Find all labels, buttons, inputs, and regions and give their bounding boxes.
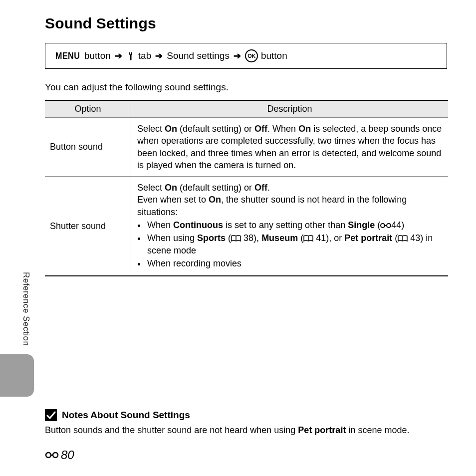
desc-bold: Pet portrait — [344, 233, 392, 243]
notes-bold: Pet portrait — [298, 425, 346, 435]
desc-text: 44) — [391, 220, 404, 230]
desc-bold: On — [209, 195, 221, 205]
option-cell: Button sound — [45, 118, 131, 177]
description-cell: Select On (default setting) or Off. Even… — [131, 177, 449, 276]
svg-point-9 — [53, 453, 58, 458]
breadcrumb-word-button: button — [84, 50, 111, 61]
desc-text: Even when set to — [137, 195, 209, 205]
list-item: When using Sports ( 38), Museum ( 41), o… — [146, 232, 442, 256]
notes-block: Notes About Sound Settings Button sounds… — [45, 409, 447, 436]
svg-rect-0 — [130, 54, 131, 60]
desc-bold: On — [165, 124, 177, 134]
manual-page: Sound Settings MENU button ➔ tab ➔ Sound… — [0, 0, 476, 476]
desc-text: 38), — [241, 233, 261, 243]
desc-text: Select — [137, 183, 165, 193]
book-icon — [231, 235, 241, 242]
arrow-icon: ➔ — [233, 50, 242, 61]
page-number-text: 80 — [61, 448, 74, 462]
svg-point-7 — [46, 453, 51, 458]
desc-bold: Sports — [197, 233, 226, 243]
option-cell: Shutter sound — [45, 177, 131, 276]
notes-body: Button sounds and the shutter sound are … — [45, 424, 447, 436]
breadcrumb-word-button: button — [261, 50, 287, 61]
settings-table: Option Description Button sound Select O… — [45, 100, 448, 276]
col-header-option: Option — [45, 100, 131, 118]
desc-bold: Single — [348, 220, 375, 230]
table-row: Shutter sound Select On (default setting… — [45, 177, 448, 276]
desc-bold: Museum — [261, 233, 298, 243]
page-number: 80 — [45, 448, 74, 462]
arrow-icon: ➔ — [154, 50, 164, 61]
check-icon — [45, 409, 57, 421]
desc-text: is set to any setting other than — [223, 220, 348, 230]
table-row: Button sound Select On (default setting)… — [45, 118, 448, 177]
notes-text: Button sounds and the shutter sound are … — [45, 425, 298, 435]
svg-point-3 — [387, 224, 391, 228]
book-icon — [303, 235, 313, 242]
notes-heading: Notes About Sound Settings — [62, 410, 190, 421]
list-item: When Continuous is set to any setting ot… — [146, 219, 442, 231]
book-icon — [398, 235, 408, 242]
notes-text: in scene mode. — [346, 425, 409, 435]
desc-bold: Off — [254, 183, 267, 193]
desc-text: . When — [267, 124, 298, 134]
desc-bold: Continuous — [173, 220, 223, 230]
desc-bold: On — [298, 124, 311, 134]
description-cell: Select On (default setting) or Off. When… — [131, 118, 449, 177]
desc-text: . — [267, 183, 270, 193]
side-tab — [0, 354, 34, 397]
desc-bold: Off — [254, 124, 267, 134]
desc-text: When — [147, 220, 173, 230]
ok-button-icon: OK — [245, 49, 258, 62]
breadcrumb-item-label: Sound settings — [167, 50, 230, 61]
desc-text: 41), or — [313, 233, 344, 243]
link-icon — [45, 451, 59, 460]
desc-bold: On — [165, 183, 177, 193]
menu-label: MENU — [55, 50, 80, 61]
side-section-label: Reference Section — [21, 272, 31, 346]
intro-text: You can adjust the following sound setti… — [45, 82, 447, 93]
breadcrumb: MENU button ➔ tab ➔ Sound settings ➔ OK … — [45, 43, 447, 69]
link-icon — [380, 222, 391, 229]
list-item: When recording movies — [146, 257, 442, 269]
desc-text: When using — [147, 233, 197, 243]
breadcrumb-word-tab: tab — [138, 50, 151, 61]
page-title: Sound Settings — [0, 0, 476, 32]
desc-text: (default setting) or — [177, 183, 254, 193]
wrench-icon — [126, 51, 135, 61]
notes-heading-row: Notes About Sound Settings — [45, 409, 447, 421]
arrow-icon: ➔ — [114, 50, 123, 61]
desc-text: Select — [137, 124, 165, 134]
desc-text: (default setting) or — [177, 124, 254, 134]
col-header-description: Description — [131, 100, 449, 118]
svg-point-1 — [381, 224, 385, 228]
